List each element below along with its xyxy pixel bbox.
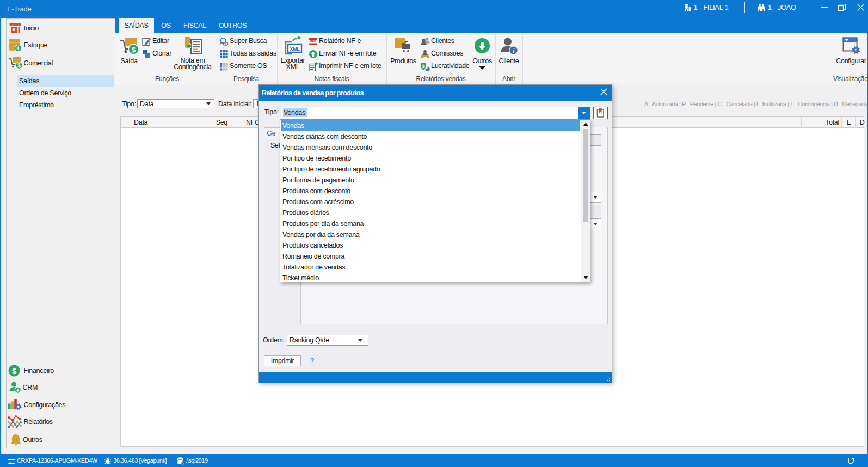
svg-text:$: $	[12, 366, 17, 376]
svg-text:PDF: PDF	[310, 40, 316, 43]
svg-text:XML: XML	[290, 46, 300, 52]
svg-text:$: $	[17, 63, 21, 69]
svg-text:$: $	[132, 46, 136, 54]
